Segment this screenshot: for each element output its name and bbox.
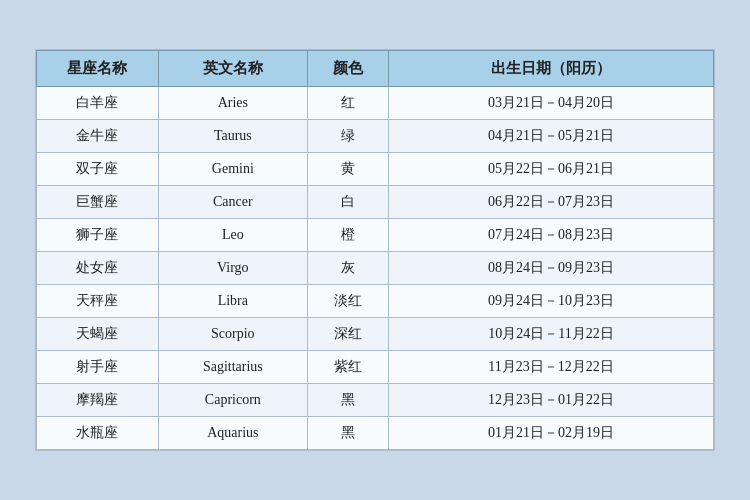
table-row: 天蝎座Scorpio深红10月24日－11月22日: [37, 318, 714, 351]
cell-zh-name: 白羊座: [37, 87, 159, 120]
cell-color: 黑: [307, 384, 388, 417]
cell-en-name: Virgo: [158, 252, 307, 285]
cell-color: 黑: [307, 417, 388, 450]
header-color: 颜色: [307, 51, 388, 87]
cell-date: 12月23日－01月22日: [389, 384, 714, 417]
zodiac-table-container: 星座名称 英文名称 颜色 出生日期（阳历） 白羊座Aries红03月21日－04…: [35, 49, 715, 451]
cell-en-name: Sagittarius: [158, 351, 307, 384]
cell-en-name: Scorpio: [158, 318, 307, 351]
cell-color: 橙: [307, 219, 388, 252]
cell-en-name: Taurus: [158, 120, 307, 153]
table-header-row: 星座名称 英文名称 颜色 出生日期（阳历）: [37, 51, 714, 87]
cell-color: 红: [307, 87, 388, 120]
cell-color: 紫红: [307, 351, 388, 384]
cell-color: 绿: [307, 120, 388, 153]
cell-zh-name: 双子座: [37, 153, 159, 186]
header-date: 出生日期（阳历）: [389, 51, 714, 87]
cell-color: 淡红: [307, 285, 388, 318]
cell-zh-name: 巨蟹座: [37, 186, 159, 219]
cell-color: 深红: [307, 318, 388, 351]
cell-en-name: Cancer: [158, 186, 307, 219]
cell-color: 白: [307, 186, 388, 219]
cell-en-name: Libra: [158, 285, 307, 318]
cell-date: 05月22日－06月21日: [389, 153, 714, 186]
table-row: 水瓶座Aquarius黑01月21日－02月19日: [37, 417, 714, 450]
cell-color: 灰: [307, 252, 388, 285]
cell-date: 09月24日－10月23日: [389, 285, 714, 318]
cell-zh-name: 狮子座: [37, 219, 159, 252]
cell-date: 04月21日－05月21日: [389, 120, 714, 153]
table-row: 双子座Gemini黄05月22日－06月21日: [37, 153, 714, 186]
cell-en-name: Aquarius: [158, 417, 307, 450]
cell-date: 11月23日－12月22日: [389, 351, 714, 384]
cell-zh-name: 处女座: [37, 252, 159, 285]
cell-color: 黄: [307, 153, 388, 186]
cell-date: 03月21日－04月20日: [389, 87, 714, 120]
table-body: 白羊座Aries红03月21日－04月20日金牛座Taurus绿04月21日－0…: [37, 87, 714, 450]
table-row: 巨蟹座Cancer白06月22日－07月23日: [37, 186, 714, 219]
table-row: 天秤座Libra淡红09月24日－10月23日: [37, 285, 714, 318]
table-row: 白羊座Aries红03月21日－04月20日: [37, 87, 714, 120]
header-zh-name: 星座名称: [37, 51, 159, 87]
cell-en-name: Aries: [158, 87, 307, 120]
cell-zh-name: 摩羯座: [37, 384, 159, 417]
cell-en-name: Gemini: [158, 153, 307, 186]
table-row: 金牛座Taurus绿04月21日－05月21日: [37, 120, 714, 153]
cell-zh-name: 水瓶座: [37, 417, 159, 450]
cell-date: 06月22日－07月23日: [389, 186, 714, 219]
cell-date: 07月24日－08月23日: [389, 219, 714, 252]
table-row: 射手座Sagittarius紫红11月23日－12月22日: [37, 351, 714, 384]
cell-zh-name: 金牛座: [37, 120, 159, 153]
cell-zh-name: 射手座: [37, 351, 159, 384]
cell-date: 01月21日－02月19日: [389, 417, 714, 450]
header-en-name: 英文名称: [158, 51, 307, 87]
table-row: 处女座Virgo灰08月24日－09月23日: [37, 252, 714, 285]
cell-en-name: Leo: [158, 219, 307, 252]
cell-date: 08月24日－09月23日: [389, 252, 714, 285]
zodiac-table: 星座名称 英文名称 颜色 出生日期（阳历） 白羊座Aries红03月21日－04…: [36, 50, 714, 450]
cell-date: 10月24日－11月22日: [389, 318, 714, 351]
cell-zh-name: 天蝎座: [37, 318, 159, 351]
cell-en-name: Capricorn: [158, 384, 307, 417]
cell-zh-name: 天秤座: [37, 285, 159, 318]
table-row: 狮子座Leo橙07月24日－08月23日: [37, 219, 714, 252]
table-row: 摩羯座Capricorn黑12月23日－01月22日: [37, 384, 714, 417]
